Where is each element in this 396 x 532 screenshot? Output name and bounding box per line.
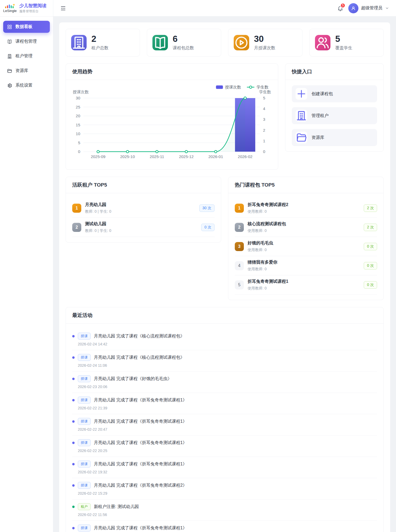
collapse-sidebar-icon[interactable]: [60, 5, 66, 11]
stat-value: 6: [173, 34, 194, 43]
quick-entry-item[interactable]: 创建课程包: [292, 85, 377, 102]
tenant-name: 月亮幼儿园: [85, 202, 111, 208]
svg-text:25: 25: [76, 105, 80, 109]
usage-trend-panel: 使用趋势 051015202530012345授课次数学生数2025-09202…: [66, 63, 278, 170]
notification-badge: 5: [340, 3, 345, 8]
svg-text:2026-02: 2026-02: [238, 154, 252, 159]
activity-text: 月亮幼儿园 完成了课程《核心流程测试课程包》: [94, 333, 184, 339]
svg-text:5: 5: [78, 140, 80, 145]
activity-type-badge: 授课: [78, 333, 91, 340]
activity-type-badge: 授课: [78, 354, 91, 361]
plus-icon: [296, 88, 307, 100]
activity-time: 2026-02-22 20:25: [78, 449, 377, 453]
svg-text:4: 4: [263, 106, 265, 111]
stat-card: 6 课程包总数: [147, 29, 221, 57]
activity-dot: [72, 335, 75, 337]
gear-icon: [7, 83, 12, 88]
stat-card: 5 覆盖学生: [309, 29, 384, 57]
svg-text:2026-01: 2026-01: [208, 154, 223, 159]
folder-icon: [296, 132, 307, 143]
topbar: 5 超级管理员: [53, 0, 396, 17]
svg-text:5: 5: [263, 96, 265, 100]
activity-dot: [72, 378, 75, 380]
activity-row: 授课 月亮幼儿园 完成了课程《折耳兔奇奇测试课程2》 2026-02-22 15…: [72, 478, 377, 499]
course-name: 核心流程测试课程包: [248, 221, 286, 227]
svg-text:0: 0: [78, 149, 80, 154]
svg-text:2025-10: 2025-10: [120, 154, 135, 159]
activity-dot: [72, 506, 75, 508]
activity-row: 授课 月亮幼儿园 完成了课程《折耳兔奇奇测试课程1》 2026-02-22 20…: [72, 436, 377, 457]
stat-label: 月授课次数: [254, 45, 275, 51]
sidebar-item-label: 资源库: [15, 68, 28, 74]
usage-count-badge: 2 次: [364, 204, 377, 212]
tenant-row: 2 测试幼儿园 教师: 0 | 学生: 0 0 次: [72, 218, 215, 237]
course-meta: 使用教师: 0: [248, 267, 277, 272]
activity-time: 2026-02-22 21:39: [78, 406, 377, 410]
user-name: 超级管理员: [361, 5, 382, 11]
activity-row: 租户 新租户注册: 测试幼儿园 2026-02-22 11:56: [72, 499, 377, 521]
activity-dot: [72, 420, 75, 423]
usage-count-badge: 0 次: [364, 262, 377, 269]
tenant-name: 测试幼儿园: [85, 221, 111, 227]
activity-time: 2026-02-23 20:06: [78, 385, 377, 389]
svg-text:2: 2: [263, 128, 265, 132]
course-name: 折耳兔奇奇测试课程1: [248, 279, 288, 284]
mid-grid: 使用趋势 051015202530012345授课次数学生数2025-09202…: [66, 63, 384, 170]
active-tenants-title: 活跃租户 TOP5: [66, 177, 221, 193]
activity-row: 授课 月亮幼儿园 完成了课程《折耳兔奇奇测试课程1》 2026-02-22 19…: [72, 457, 377, 478]
building-icon: [71, 35, 87, 50]
quick-entry-panel: 快捷入口 创建课程包: [285, 63, 384, 152]
app-root: LeSingle 少儿智慧阅读 服务管理后台 数据看板 课程包管理: [0, 0, 396, 532]
brand-subtitle: 服务管理后台: [19, 9, 47, 13]
quick-entry-label: 资源库: [312, 135, 324, 140]
dashboard-shell: 2 租户总数 6 课程包总数: [59, 22, 390, 532]
sidebar-item[interactable]: 系统设置: [3, 79, 50, 91]
rank-badge: 3: [235, 242, 244, 251]
sidebar-item-label: 系统设置: [15, 83, 33, 88]
usage-count-badge: 0 次: [364, 281, 377, 289]
chart-legend[interactable]: 学生数授课次数: [216, 85, 269, 89]
activity-type-badge: 授课: [78, 525, 91, 531]
sidebar-item[interactable]: 资源库: [3, 65, 50, 77]
svg-text:2025-12: 2025-12: [179, 154, 194, 159]
trend-chart-canvas: 051015202530012345授课次数学生数2025-092025-102…: [72, 84, 272, 164]
svg-text:授课次数: 授课次数: [225, 85, 241, 89]
svg-text:30: 30: [76, 96, 80, 100]
usage-count-badge: 0 次: [201, 224, 215, 231]
course-meta: 使用教师: 0: [248, 286, 288, 291]
activity-text: 月亮幼儿园 完成了课程《折耳兔奇奇测试课程1》: [94, 419, 187, 424]
quick-entry-item[interactable]: 资源库: [292, 129, 377, 146]
main-content: 2 租户总数 6 课程包总数: [53, 17, 396, 532]
activity-text: 月亮幼儿园 完成了课程《核心流程测试课程包》: [94, 355, 184, 360]
activity-text: 月亮幼儿园 完成了课程《折耳兔奇奇测试课程1》: [94, 461, 187, 467]
activity-dot: [72, 356, 75, 359]
activity-time: 2026-02-22 15:29: [78, 491, 377, 495]
svg-text:20: 20: [76, 114, 80, 118]
usage-count-badge: 0 次: [364, 243, 377, 250]
dashboard-icon: [7, 24, 12, 30]
sidebar: LeSingle 少儿智慧阅读 服务管理后台 数据看板 课程包管理: [0, 0, 53, 532]
rank-badge: 1: [235, 204, 244, 213]
user-icon: [351, 6, 356, 11]
quick-entry-item[interactable]: 管理租户: [292, 107, 377, 124]
sidebar-item[interactable]: 租户管理: [3, 50, 50, 62]
activity-dot: [72, 399, 75, 401]
svg-text:2025-09: 2025-09: [91, 154, 106, 159]
sidebar-item[interactable]: 数据看板: [3, 21, 50, 33]
sidebar-item-label: 课程包管理: [15, 39, 37, 44]
recent-activity-list: 授课 月亮幼儿园 完成了课程《核心流程测试课程包》 2026-02-24 14:…: [66, 324, 383, 532]
svg-text:授课次数: 授课次数: [73, 90, 89, 94]
hot-courses-title: 热门课程包 TOP5: [228, 177, 383, 193]
notification-bell[interactable]: 5: [337, 5, 344, 11]
rank-badge: 4: [235, 261, 244, 270]
building-icon: [7, 54, 12, 59]
stat-value: 2: [91, 34, 108, 43]
user-menu[interactable]: 超级管理员: [348, 3, 389, 13]
quick-entry-title: 快捷入口: [285, 64, 383, 80]
stat-card: 30 月授课次数: [228, 29, 302, 57]
hot-courses-panel: 热门课程包 TOP5 1 折耳兔奇奇测试课程2 使用教师: 0 2 次: [228, 177, 384, 300]
course-row: 3 好饿的毛毛虫 使用教师: 0 0 次: [235, 237, 377, 256]
activity-row: 授课 月亮幼儿园 完成了课程《折耳兔奇奇测试课程1》 2026-02-22 20…: [72, 414, 377, 436]
sidebar-item[interactable]: 课程包管理: [3, 35, 50, 47]
stat-value: 30: [254, 34, 275, 43]
